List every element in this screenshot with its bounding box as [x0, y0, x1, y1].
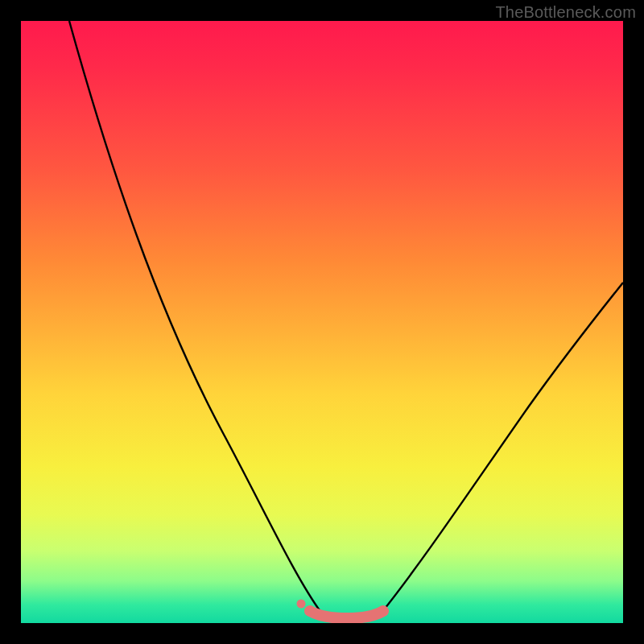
bottleneck-left-curve [69, 21, 321, 613]
watermark-text: TheBottleneck.com [495, 3, 636, 22]
highlight-dot-icon [297, 600, 306, 609]
chart-curve-layer [21, 21, 623, 623]
valley-highlight-band [310, 611, 383, 618]
bottleneck-right-curve [382, 283, 623, 613]
chart-plot-area [21, 21, 623, 623]
